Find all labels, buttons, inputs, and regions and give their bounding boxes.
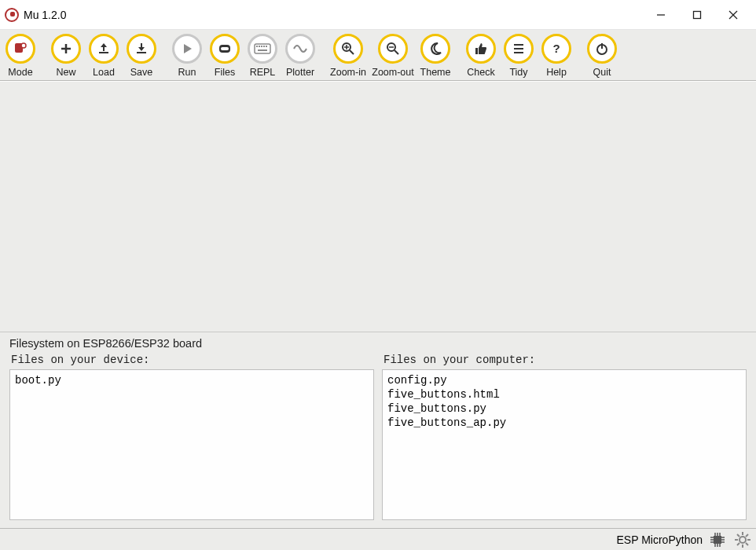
status-mode-label: ESP MicroPython [617,534,703,546]
power-icon [587,34,617,64]
svg-rect-30 [714,536,721,544]
list-item[interactable]: five_buttons.py [387,402,741,416]
list-icon [504,34,534,64]
mode-label: Mode [8,67,32,78]
quit-label: Quit [593,67,611,78]
zoom-out-label: Zoom-out [372,67,414,78]
chip-icon[interactable] [707,530,728,550]
plotter-button[interactable]: Plotter [281,32,319,79]
new-label: New [56,67,75,78]
upload-icon [89,34,119,64]
thumbs-up-icon [466,34,496,64]
svg-line-22 [395,50,398,54]
repl-button[interactable]: REPL [244,32,281,79]
keyboard-icon [248,34,277,64]
svg-point-43 [739,537,746,543]
app-icon [5,8,19,22]
download-icon [127,34,156,64]
svg-rect-9 [221,47,229,50]
zoom-in-label: Zoom-in [330,67,366,78]
plotter-label: Plotter [286,67,314,78]
plotter-icon [285,34,315,64]
toolbar: Mode New Load Save Run Files [0,30,756,81]
svg-line-50 [746,534,748,537]
new-button[interactable]: New [47,32,85,79]
device-files-column: Files on your device: boot.py [9,354,374,520]
repl-label: REPL [250,67,276,78]
computer-files-label: Files on your computer: [382,354,747,369]
help-button[interactable]: ? Help [538,32,575,79]
svg-rect-15 [266,46,267,47]
titlebar: Mu 1.2.0 [0,0,756,30]
window-title: Mu 1.2.0 [24,9,66,21]
list-item[interactable]: five_buttons_ap.py [387,416,741,430]
maximize-button[interactable] [679,0,715,30]
svg-rect-10 [255,44,270,53]
run-button[interactable]: Run [168,32,206,79]
question-icon: ? [541,34,571,64]
svg-rect-12 [259,46,260,47]
moon-icon [420,34,450,64]
gear-icon[interactable] [732,530,753,550]
svg-text:?: ? [552,42,560,55]
quit-button[interactable]: Quit [583,32,621,79]
device-files-list[interactable]: boot.py [9,369,374,520]
close-button[interactable] [715,0,751,30]
tidy-button[interactable]: Tidy [500,32,538,79]
load-button[interactable]: Load [85,32,123,79]
mode-button[interactable]: Mode [2,32,39,79]
filesystem-panel-title: Filesystem on ESP8266/ESP32 board [0,332,756,354]
svg-line-18 [350,50,354,54]
computer-files-list[interactable]: config.pyfive_buttons.htmlfive_buttons.p… [382,369,747,520]
zoom-out-icon [378,34,408,64]
theme-label: Theme [420,67,451,78]
list-item[interactable]: boot.py [15,373,369,387]
svg-line-51 [737,543,739,545]
svg-rect-11 [256,46,258,47]
check-button[interactable]: Check [462,32,500,79]
save-button[interactable]: Save [123,32,160,79]
svg-point-5 [21,43,26,48]
device-files-label: Files on your device: [9,354,374,369]
svg-rect-16 [258,50,267,51]
minimize-button[interactable] [643,0,679,30]
editor-area[interactable] [0,81,756,332]
zoom-in-button[interactable]: Zoom-in [327,32,369,79]
plus-icon [51,34,81,64]
files-button[interactable]: Files [206,32,244,79]
list-item[interactable]: config.py [387,373,741,387]
files-label: Files [215,67,235,78]
svg-line-49 [746,543,748,545]
status-bar: ESP MicroPython [0,528,756,550]
filesystem-panel: Filesystem on ESP8266/ESP32 board Files … [0,332,756,528]
check-label: Check [467,67,494,78]
computer-files-column: Files on your computer: config.pyfive_bu… [382,354,747,520]
list-item[interactable]: five_buttons.html [387,387,741,402]
run-label: Run [178,67,196,78]
zoom-in-icon [333,34,363,64]
svg-rect-13 [261,46,262,47]
svg-rect-14 [263,46,265,47]
save-label: Save [130,67,153,78]
help-label: Help [546,67,567,78]
theme-button[interactable]: Theme [417,32,454,79]
tidy-label: Tidy [509,67,527,78]
load-label: Load [93,67,115,78]
play-icon [172,34,202,64]
zoom-out-button[interactable]: Zoom-out [369,32,417,79]
mode-icon [6,34,35,64]
svg-rect-1 [694,11,701,18]
svg-line-48 [737,534,739,537]
folder-icon [210,34,240,64]
